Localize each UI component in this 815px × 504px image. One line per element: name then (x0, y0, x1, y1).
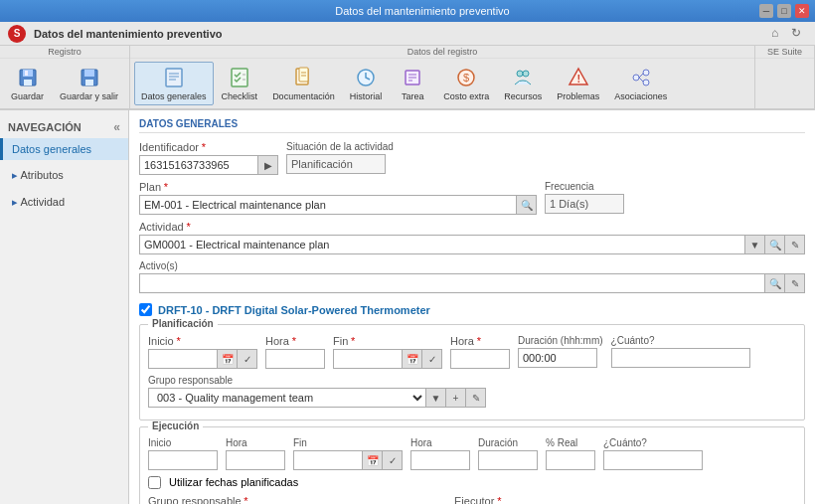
cuanto-input[interactable] (611, 348, 750, 368)
recursos-button[interactable]: Recursos (497, 62, 549, 105)
fin-ejec-input[interactable] (293, 450, 363, 470)
fin-calendar-button[interactable]: 📅 (403, 349, 422, 369)
actividad-edit-button[interactable]: ✎ (785, 235, 805, 254)
costo-extra-icon: $ (454, 66, 478, 89)
fin-ejec-calendar-button[interactable]: 📅 (363, 450, 383, 470)
row-activos: Activo(s) 🔍 ✎ (139, 260, 805, 293)
hora-inicio-input[interactable] (265, 349, 325, 369)
sidebar-item-actividad[interactable]: ▸ Actividad (0, 191, 128, 214)
checklist-icon (228, 66, 251, 89)
svg-line-32 (639, 74, 643, 78)
maximize-button[interactable]: □ (777, 4, 791, 18)
inicio-ejec-input[interactable] (148, 450, 218, 470)
plan-search-button[interactable]: 🔍 (517, 195, 537, 215)
inicio-calendar-button[interactable]: 📅 (218, 349, 238, 369)
tab-datos-registro[interactable]: Datos del registro (130, 46, 754, 59)
ejecucion-row3: Grupo responsable * 003 - Quality manage… (148, 495, 796, 504)
app-logo: S (8, 25, 26, 43)
problemas-button[interactable]: ! Problemas (550, 62, 606, 105)
section-title: DATOS GENERALES (139, 118, 805, 133)
historial-button[interactable]: Historial (343, 62, 390, 105)
documentacion-button[interactable]: Documentación (265, 62, 342, 105)
fin-input[interactable] (333, 349, 403, 369)
tab-registro[interactable]: Registro (0, 46, 129, 59)
tab-se-suite[interactable]: SE Suite (755, 46, 814, 59)
label-situacion: Situación de la actividad (286, 141, 394, 152)
identificador-input[interactable] (139, 155, 258, 175)
actividad-input-group: ▼ 🔍 ✎ (139, 235, 805, 254)
inicio-input[interactable] (148, 349, 218, 369)
save-icon (16, 66, 40, 89)
activos-search-button[interactable]: 🔍 (765, 273, 785, 293)
group-plan: Plan * 🔍 (139, 181, 537, 215)
inicio-check-button[interactable]: ✓ (238, 349, 257, 369)
activos-edit-button[interactable]: ✎ (785, 273, 805, 293)
costo-extra-label: Costo extra (443, 91, 489, 101)
content-area: DATOS GENERALES Identificador * ▶ Situac… (129, 110, 815, 504)
group-situacion: Situación de la actividad (286, 141, 394, 174)
sidebar-item-datos-generales[interactable]: Datos generales (0, 138, 128, 160)
actividad-dropdown-button[interactable]: ▼ (745, 235, 765, 254)
title-bar: Datos del mantenimiento preventivo ─ □ ✕ (0, 0, 815, 22)
actividad-search-button[interactable]: 🔍 (765, 235, 785, 254)
svg-text:$: $ (463, 72, 469, 84)
plan-input[interactable] (139, 195, 517, 215)
costo-extra-button[interactable]: $ Costo extra (436, 62, 496, 105)
header-home-icon[interactable]: ⌂ (771, 26, 787, 42)
save-button[interactable]: Guardar (4, 62, 51, 105)
save-exit-label: Guardar y salir (60, 91, 118, 101)
label-identificador: Identificador * (139, 141, 278, 153)
svg-rect-7 (166, 69, 182, 86)
hora-fin-input[interactable] (450, 349, 510, 369)
save-exit-button[interactable]: Guardar y salir (53, 62, 125, 105)
tarea-button[interactable]: Tarea (390, 62, 435, 105)
label-plan: Plan * (139, 181, 537, 193)
usar-fechas-label: Utilizar fechas planificadas (169, 476, 298, 488)
group-hora-ejec2: Hora (410, 437, 470, 470)
group-inicio: Inicio * 📅 ✓ (148, 335, 257, 369)
identificador-arrow-button[interactable]: ▶ (258, 155, 278, 175)
asset-checkbox-section: DRFT-10 - DRFT Digital Solar-Powered The… (139, 299, 805, 320)
close-button[interactable]: ✕ (795, 4, 809, 18)
fin-ejec-check-button[interactable]: ✓ (383, 450, 403, 470)
checklist-button[interactable]: Checklist (215, 62, 265, 105)
activos-input[interactable] (139, 273, 765, 293)
sidebar-item-atributos[interactable]: ▸ Atributos (0, 164, 128, 187)
porc-real-input[interactable] (546, 450, 595, 470)
cuanto-ejec-input[interactable] (603, 450, 703, 470)
duracion-ejec-input[interactable] (478, 450, 538, 470)
svg-rect-2 (24, 80, 32, 85)
sidebar-collapse-icon[interactable]: « (113, 120, 120, 134)
asociaciones-button[interactable]: Asociaciones (607, 62, 674, 105)
duracion-input[interactable] (518, 348, 597, 368)
checklist-label: Checklist (222, 91, 258, 101)
hora-ejec2-input[interactable] (410, 450, 470, 470)
header-refresh-icon[interactable]: ↻ (791, 26, 807, 42)
grupo-resp-select[interactable]: 003 - Quality management team (148, 388, 426, 408)
group-fin-ejec: Fin 📅 ✓ (293, 437, 403, 470)
historial-label: Historial (350, 91, 383, 101)
usar-fechas-checkbox[interactable] (148, 476, 161, 489)
grupo-resp-dropdown-button[interactable]: ▼ (426, 388, 446, 408)
problemas-label: Problemas (557, 91, 599, 101)
group-hora-fin: Hora * (450, 335, 510, 369)
planificacion-row1: Inicio * 📅 ✓ Hora * Fin * (148, 335, 796, 369)
asset-checkbox[interactable] (139, 303, 152, 316)
actividad-input[interactable] (139, 235, 745, 254)
group-ejecutor: Ejecutor * 🔍 ✎ 🔒 (454, 495, 663, 504)
documentacion-label: Documentación (272, 91, 335, 101)
datos-generales-button[interactable]: Datos generales (134, 62, 214, 105)
label-actividad: Actividad * (139, 221, 805, 233)
toolbar-area: Registro Guardar Guardar y salir (0, 46, 815, 110)
svg-point-30 (643, 70, 649, 76)
group-duracion-ejec: Duración (478, 437, 538, 470)
hora-ejec-input[interactable] (226, 450, 285, 470)
group-actividad: Actividad * ▼ 🔍 ✎ (139, 221, 805, 254)
tarea-icon (401, 66, 424, 89)
minimize-button[interactable]: ─ (759, 4, 773, 18)
group-grupo-ejec: Grupo responsable * 003 - Quality manage… (148, 495, 446, 504)
fin-check-button[interactable]: ✓ (422, 349, 442, 369)
sidebar: NAVEGACIÓN « Datos generales ▸ Atributos… (0, 110, 129, 504)
grupo-resp-add-button[interactable]: + (446, 388, 466, 408)
grupo-resp-edit-button[interactable]: ✎ (466, 388, 486, 408)
